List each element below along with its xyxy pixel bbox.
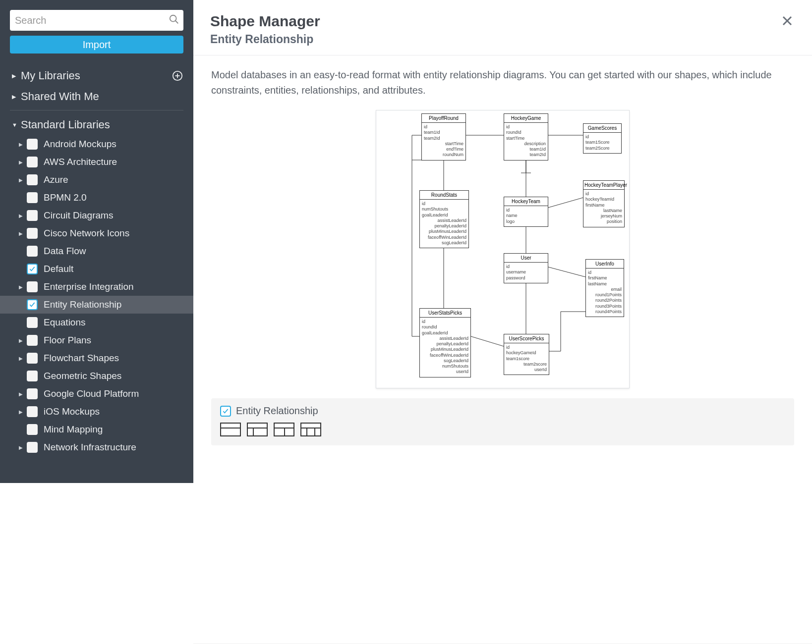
sidebar-item-equations[interactable]: ▶Equations bbox=[0, 314, 193, 331]
shape-entity-icon[interactable] bbox=[220, 423, 241, 436]
sidebar-scroll[interactable]: ▶ My Libraries ▶ Shared With Me ▼ Standa… bbox=[0, 58, 193, 483]
caret-right-icon: ▶ bbox=[19, 284, 23, 290]
checkbox[interactable] bbox=[27, 264, 38, 274]
entity-roundstats: RoundStatsidnumShutoutsgoalLeaderIdassis… bbox=[419, 190, 469, 248]
caret-right-icon: ▶ bbox=[19, 177, 23, 183]
sidebar-item-label: Equations bbox=[44, 317, 86, 328]
sidebar-item-floor-plans[interactable]: ▶Floor Plans bbox=[0, 331, 193, 349]
shapes-header: Entity Relationship bbox=[220, 405, 785, 417]
caret-right-icon: ▶ bbox=[19, 142, 23, 147]
sidebar-item-label: Circuit Diagrams bbox=[44, 210, 113, 221]
diagram-preview: PlayoffRoundidteam1Idteam2IdstartTimeend… bbox=[376, 110, 630, 388]
checkbox[interactable] bbox=[27, 246, 38, 257]
shapes-label: Entity Relationship bbox=[236, 405, 318, 417]
sidebar-item-bpmn-2-0[interactable]: ▶BPMN 2.0 bbox=[0, 189, 193, 207]
section-label: Shared With Me bbox=[21, 90, 99, 103]
sidebar-item-android-mockups[interactable]: ▶Android Mockups bbox=[0, 135, 193, 153]
checkbox[interactable] bbox=[27, 388, 38, 399]
checkbox[interactable] bbox=[27, 317, 38, 328]
sidebar-item-data-flow[interactable]: ▶Data Flow bbox=[0, 242, 193, 260]
sidebar-top: Import bbox=[0, 0, 193, 58]
checkbox[interactable] bbox=[27, 174, 38, 185]
checkbox[interactable] bbox=[27, 157, 38, 167]
sidebar-item-circuit-diagrams[interactable]: ▶Circuit Diagrams bbox=[0, 207, 193, 224]
sidebar-item-enterprise-integration[interactable]: ▶Enterprise Integration bbox=[0, 278, 193, 296]
caret-right-icon: ▶ bbox=[19, 338, 23, 343]
sidebar-item-network-infrastructure[interactable]: ▶Network Infrastructure bbox=[0, 438, 193, 456]
sidebar-item-label: Android Mockups bbox=[44, 139, 116, 150]
sidebar-item-label: BPMN 2.0 bbox=[44, 192, 87, 203]
sidebar-item-geometric-shapes[interactable]: ▶Geometric Shapes bbox=[0, 367, 193, 385]
shape-entity-three-col-icon[interactable] bbox=[300, 423, 321, 436]
sidebar: Import ▶ My Libraries ▶ Shared With Me ▼… bbox=[0, 0, 193, 483]
shape-entity-two-col-icon[interactable] bbox=[274, 423, 294, 436]
checkbox[interactable] bbox=[27, 371, 38, 381]
section-standard-libraries[interactable]: ▼ Standard Libraries bbox=[0, 114, 193, 135]
entity-hockeygame: HockeyGameidroundIdstartTimedescriptiont… bbox=[504, 113, 548, 161]
caret-right-icon: ▶ bbox=[19, 213, 23, 218]
checkbox[interactable] bbox=[27, 406, 38, 417]
main-header: Shape Manager Entity Relationship bbox=[193, 0, 812, 55]
sidebar-item-entity-relationship[interactable]: ▶Entity Relationship bbox=[0, 296, 193, 314]
sidebar-item-label: Enterprise Integration bbox=[44, 281, 134, 292]
shapes-panel: Entity Relationship bbox=[211, 398, 794, 445]
caret-right-icon: ▶ bbox=[19, 445, 23, 450]
main-panel: Shape Manager Entity Relationship Model … bbox=[193, 0, 812, 644]
entity-gamescores: GameScoresidteam1Scoreteam2Score bbox=[583, 123, 622, 154]
search-row bbox=[10, 10, 183, 31]
caret-right-icon: ▶ bbox=[12, 73, 16, 79]
checkbox[interactable] bbox=[27, 335, 38, 346]
sidebar-item-label: Flowchart Shapes bbox=[44, 353, 119, 364]
titles: Shape Manager Entity Relationship bbox=[210, 13, 779, 46]
sidebar-item-label: Geometric Shapes bbox=[44, 371, 121, 381]
description-text: Model databases in an easy-to-read forma… bbox=[211, 67, 794, 98]
library-list: ▶Android Mockups▶AWS Architecture▶Azure▶… bbox=[0, 135, 193, 456]
search-icon[interactable] bbox=[169, 14, 179, 27]
erd-canvas: PlayoffRoundidteam1Idteam2IdstartTimeend… bbox=[382, 113, 625, 385]
checkbox[interactable] bbox=[27, 192, 38, 203]
sidebar-item-label: Azure bbox=[44, 174, 68, 185]
checkbox[interactable] bbox=[27, 442, 38, 453]
section-label: My Libraries bbox=[21, 69, 80, 82]
caret-right-icon: ▶ bbox=[19, 356, 23, 361]
section-my-libraries[interactable]: ▶ My Libraries bbox=[0, 65, 193, 86]
sidebar-item-google-cloud-platform[interactable]: ▶Google Cloud Platform bbox=[0, 385, 193, 403]
sidebar-item-label: Cisco Network Icons bbox=[44, 228, 129, 239]
entity-userstatspicks: UserStatsPicksidroundIdgoalLeaderIdassis… bbox=[419, 308, 471, 377]
shapes-checkbox[interactable] bbox=[220, 406, 231, 417]
checkbox[interactable] bbox=[27, 281, 38, 292]
sidebar-item-aws-architecture[interactable]: ▶AWS Architecture bbox=[0, 153, 193, 171]
caret-right-icon: ▶ bbox=[19, 391, 23, 397]
sidebar-item-label: iOS Mockups bbox=[44, 406, 100, 417]
sidebar-item-label: Floor Plans bbox=[44, 335, 91, 346]
entity-userinfo: UserInfoidfirstNamelastNameemailround1Po… bbox=[585, 259, 624, 317]
sidebar-item-mind-mapping[interactable]: ▶Mind Mapping bbox=[0, 421, 193, 438]
svg-point-0 bbox=[170, 15, 176, 22]
import-button[interactable]: Import bbox=[10, 36, 183, 54]
sidebar-item-azure[interactable]: ▶Azure bbox=[0, 171, 193, 189]
shapes-row bbox=[220, 423, 785, 436]
checkbox[interactable] bbox=[27, 228, 38, 239]
sidebar-item-ios-mockups[interactable]: ▶iOS Mockups bbox=[0, 403, 193, 421]
sidebar-item-label: Data Flow bbox=[44, 246, 86, 257]
sidebar-item-flowchart-shapes[interactable]: ▶Flowchart Shapes bbox=[0, 349, 193, 367]
search-input[interactable] bbox=[15, 15, 169, 26]
checkbox[interactable] bbox=[27, 299, 38, 310]
checkbox[interactable] bbox=[27, 353, 38, 364]
entity-hockeyteamplayer: HockeyTeamPlayeridhockeyTeamIdfirstNamel… bbox=[583, 180, 625, 227]
close-button[interactable] bbox=[779, 13, 795, 31]
entity-playoffround: PlayoffRoundidteam1Idteam2IdstartTimeend… bbox=[421, 113, 466, 161]
add-library-button[interactable] bbox=[172, 70, 183, 82]
checkbox[interactable] bbox=[27, 139, 38, 150]
sidebar-item-cisco-network-icons[interactable]: ▶Cisco Network Icons bbox=[0, 224, 193, 242]
sidebar-item-label: Network Infrastructure bbox=[44, 442, 136, 453]
checkbox[interactable] bbox=[27, 424, 38, 435]
entity-user: Useridusernamepassword bbox=[504, 253, 548, 283]
sidebar-item-label: AWS Architecture bbox=[44, 157, 117, 167]
sidebar-item-label: Default bbox=[44, 264, 73, 274]
sidebar-item-default[interactable]: ▶Default bbox=[0, 260, 193, 278]
entity-hockeyteam: HockeyTeamidnamelogo bbox=[504, 197, 548, 227]
checkbox[interactable] bbox=[27, 210, 38, 221]
section-shared-with-me[interactable]: ▶ Shared With Me bbox=[0, 86, 193, 107]
shape-entity-left-col-icon[interactable] bbox=[247, 423, 268, 436]
